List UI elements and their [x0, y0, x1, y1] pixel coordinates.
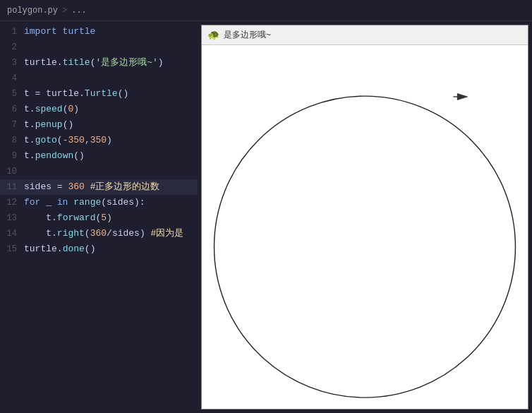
title-bar: polygon.py > ... [0, 0, 532, 21]
token: . [57, 244, 63, 254]
token: for [24, 197, 40, 208]
token: () [63, 119, 74, 130]
turtle-window-title: 是多边形哦~ [224, 29, 271, 41]
token: . [52, 228, 57, 239]
line-number: 14 [3, 226, 24, 241]
token: ( [57, 135, 63, 145]
turtle-canvas [202, 45, 528, 409]
turtle-svg [202, 45, 528, 409]
line-content: import turtle [24, 24, 95, 40]
token: . [30, 135, 35, 145]
line-content: t.goto(-350,350) [24, 133, 112, 148]
token: speed [35, 104, 63, 114]
token: ) [107, 213, 112, 223]
token: 360 [68, 181, 84, 192]
code-line: 1import turtle [0, 24, 198, 40]
line-content: t.forward(5) [24, 210, 112, 226]
token [24, 228, 46, 239]
code-line: 13 t.forward(5) [0, 210, 198, 226]
token: t [24, 119, 30, 130]
line-number: 4 [3, 71, 24, 86]
token: () [118, 88, 129, 99]
line-content: turtle.title('是多边形哦~') [24, 55, 164, 71]
token: ( [85, 228, 90, 239]
code-line: 7t.penup() [0, 117, 198, 133]
code-line: 12for _ in range(sides): [0, 195, 198, 210]
token: . [30, 119, 35, 130]
token: t [24, 88, 30, 99]
code-line: 10 [0, 164, 198, 179]
token [85, 181, 90, 192]
line-number: 1 [3, 24, 24, 40]
token: , [85, 135, 90, 145]
token: () [85, 244, 96, 254]
token: ) [107, 135, 112, 145]
filename-label: polygon.py [7, 6, 58, 16]
token: in [57, 197, 68, 208]
code-line: 9t.pendown() [0, 148, 198, 164]
token: ) [158, 57, 164, 68]
token: penup [35, 119, 63, 130]
token: . [30, 150, 35, 161]
token: . [79, 88, 85, 99]
token: Turtle [85, 88, 118, 99]
token: = [52, 181, 68, 192]
token: #正多边形的边数 [90, 181, 160, 192]
code-line: 6t.speed(0) [0, 102, 198, 117]
token: import [24, 26, 63, 37]
svg-point-0 [214, 96, 516, 397]
token: sides [24, 181, 52, 192]
code-line: 3turtle.title('是多边形哦~') [0, 55, 198, 71]
line-number: 3 [3, 55, 24, 71]
turtle-icon: 🐢 [207, 29, 219, 41]
token: 350 [90, 135, 107, 145]
code-line: 8t.goto(-350,350) [0, 133, 198, 148]
line-content: t = turtle.Turtle() [24, 86, 128, 102]
token: . [57, 57, 63, 68]
code-lines: 1import turtle23turtle.title('是多边形哦~')45… [0, 21, 198, 260]
token: '是多边形哦~' [95, 57, 157, 68]
token: title [63, 57, 90, 68]
line-number: 6 [3, 102, 24, 117]
line-content: t.speed(0) [24, 102, 79, 117]
token: pendown [35, 150, 74, 161]
line-number: 7 [3, 117, 24, 133]
turtle-window: 🐢 是多边形哦~ [201, 25, 528, 409]
token: t [24, 104, 30, 114]
token: ) [73, 104, 79, 114]
line-number: 15 [3, 241, 24, 257]
code-line: 11sides = 360 #正多边形的边数 [0, 179, 198, 195]
token: goto [35, 135, 57, 145]
token: _ [40, 197, 56, 208]
token: turtle [63, 26, 96, 37]
token: right [57, 228, 85, 239]
token: . [52, 213, 57, 223]
token: t [24, 135, 30, 145]
token: t [46, 213, 52, 223]
token: #因为是 [151, 228, 184, 239]
code-line: 5t = turtle.Turtle() [0, 86, 198, 102]
token [24, 213, 46, 223]
token: turtle [24, 57, 57, 68]
line-number: 13 [3, 210, 24, 226]
line-content: for _ in range(sides): [24, 195, 145, 210]
token: turtle [46, 88, 79, 99]
line-number: 9 [3, 148, 24, 164]
line-number: 11 [3, 179, 24, 195]
token: range [73, 197, 101, 208]
token: 5 [101, 213, 107, 223]
token: t [46, 228, 52, 239]
code-line: 2 [0, 40, 198, 55]
svg-marker-1 [457, 93, 468, 100]
code-editor: 1import turtle23turtle.title('是多边形哦~')45… [0, 21, 198, 413]
line-content: sides = 360 #正多边形的边数 [24, 179, 159, 195]
code-line: 15turtle.done() [0, 241, 198, 257]
token: turtle [24, 244, 57, 254]
token: 360 [90, 228, 107, 239]
token: (sides): [101, 197, 145, 208]
line-content: t.right(360/sides) #因为是 [24, 226, 183, 241]
breadcrumb-ellipsis: ... [71, 6, 87, 16]
token: -350 [63, 135, 85, 145]
token: forward [57, 213, 96, 223]
turtle-titlebar: 🐢 是多边形哦~ [202, 25, 528, 45]
